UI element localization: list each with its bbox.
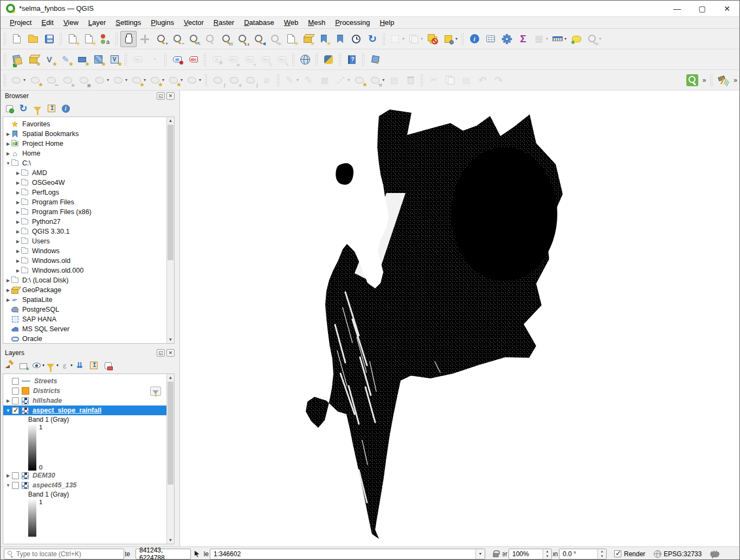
modify-attributes-button[interactable]: ▤ (386, 72, 402, 88)
layers-scrollbar[interactable]: ▲ ▼ (166, 374, 174, 544)
browser-scrollbar[interactable]: ▲ ▼ (166, 117, 174, 343)
add-group-button[interactable] (17, 359, 30, 372)
toolbar-overflow-button[interactable]: » (731, 76, 739, 84)
browser-item-home[interactable]: ▶⌂Home (3, 149, 174, 158)
move-feature-button[interactable]: ▾ (92, 72, 111, 88)
locator-search[interactable] (4, 549, 124, 559)
expander-icon[interactable]: ▶ (15, 190, 21, 195)
open-project-button[interactable] (25, 31, 41, 47)
spin-down-icon[interactable]: ▼ (543, 554, 551, 559)
rotate-label-button[interactable]: abc↻ (258, 52, 274, 68)
fill-ring-button[interactable]: ★▾ (166, 72, 184, 88)
new-shapefile-layer-button[interactable]: V★ (41, 52, 57, 68)
trim-extend-feature-button[interactable]: ⧄ (259, 72, 275, 88)
menu-project[interactable]: Project (5, 17, 36, 28)
zoom-next-button[interactable]: ▶ (267, 31, 283, 47)
toolbar-drag-handle[interactable] (461, 33, 465, 46)
new-print-layout-button[interactable]: ☀ (65, 31, 81, 47)
spin-down-icon[interactable]: ▼ (598, 554, 606, 559)
new-3d-map-view-button[interactable]: ☀ (299, 31, 316, 47)
toolbar-drag-handle[interactable] (59, 33, 63, 46)
expander-icon[interactable]: ▶ (5, 141, 11, 146)
expander-icon[interactable]: ▶ (15, 171, 21, 176)
toolbar-drag-handle[interactable] (292, 53, 295, 66)
new-virtual-layer-button[interactable]: ★ (74, 52, 90, 68)
expander-icon[interactable]: ▶ (15, 249, 21, 254)
show-hide-labels-button[interactable]: abc◉ (225, 52, 241, 68)
new-spatial-bookmark-button[interactable]: ☀ (316, 31, 332, 47)
menu-web[interactable]: Web (279, 17, 304, 28)
change-label-button[interactable]: abc✎ (274, 52, 290, 68)
paste-features-button[interactable]: ▤ (458, 72, 474, 88)
layer-visibility-checkbox[interactable] (12, 388, 19, 395)
menu-database[interactable]: Database (239, 17, 279, 28)
delete-selected-button[interactable] (402, 72, 419, 88)
toolbar-drag-handle[interactable] (276, 74, 280, 87)
menu-plugins[interactable]: Plugins (146, 17, 179, 28)
toolbar-drag-handle[interactable] (164, 53, 168, 66)
browser-close-button[interactable]: ✕ (166, 92, 175, 100)
layer-visibility-checkbox[interactable] (12, 378, 19, 385)
browser-item-ms-sql-server[interactable]: MS SQL Server (3, 324, 174, 334)
expander-icon[interactable]: ▶ (15, 210, 21, 215)
expander-icon[interactable]: ▶ (5, 298, 11, 302)
vertex-tool-button[interactable]: ▾ (184, 72, 203, 88)
browser-item-favorites[interactable]: ★Favorites (3, 119, 174, 129)
pan-map-to-selection-button[interactable] (137, 31, 153, 47)
expander-icon[interactable]: ▶ (5, 288, 11, 293)
grass-plugin-button[interactable] (715, 72, 731, 88)
expander-icon[interactable]: ▶ (15, 181, 21, 185)
browser-item-d-local-disk[interactable]: ▶D:\ (Local Disk) (3, 275, 174, 285)
3d-map-configure-button[interactable]: ◔ (146, 52, 162, 68)
magnifier-spin[interactable]: 100% ▲▼ (509, 549, 552, 559)
enable-disable-properties-widget-button[interactable]: i (59, 102, 72, 115)
rotation-spin[interactable]: 0.0 ° ▲▼ (559, 549, 607, 559)
browser-item-geopackage[interactable]: ▶GeoPackage (3, 285, 174, 295)
browser-item-windows[interactable]: ▶Windows (3, 246, 174, 256)
toolbar-drag-handle[interactable] (338, 53, 342, 66)
toggle-editing-button[interactable]: ✎ (300, 72, 317, 88)
open-attribute-table-button[interactable]: ▦▾ (531, 31, 550, 47)
layer-item-aspect45-135[interactable]: ▼aspect45_135 (3, 480, 174, 490)
new-map-view-button[interactable]: ☀ (283, 31, 299, 47)
render-checkbox[interactable] (614, 550, 621, 557)
manage-map-themes-button[interactable]: ▾ (31, 359, 44, 372)
open-attribute-table-abacus-button[interactable] (482, 31, 499, 47)
extents-toggle-icon[interactable] (191, 551, 203, 557)
undo-button[interactable]: ↶ (474, 72, 491, 88)
save-layer-edits-button[interactable]: ▦ (317, 72, 333, 88)
open-data-source-manager-button[interactable] (9, 52, 25, 68)
expander-icon[interactable]: ▶ (15, 268, 21, 273)
toolbar-drag-handle[interactable] (710, 74, 713, 87)
layer-item-aspect-slope-rainfall[interactable]: ▼aspect_slope_rainfall (3, 405, 174, 415)
messages-icon[interactable] (710, 551, 719, 557)
browser-item-program-files[interactable]: ▶Program Files (3, 197, 174, 207)
browser-item-sap-hana[interactable]: SAP HANA (3, 314, 174, 324)
browser-item-windows-old[interactable]: ▶Windows.old (3, 256, 174, 266)
pan-map-button[interactable] (120, 31, 137, 47)
show-spatial-bookmarks-button[interactable] (332, 31, 348, 47)
metasearch-catalog-client-button[interactable] (297, 52, 313, 68)
copy-features-button[interactable] (442, 72, 458, 88)
highlight-pinned-labels-button[interactable]: abc (130, 52, 146, 68)
select-by-form-button[interactable]: ▾ (441, 31, 459, 47)
browser-item-amd[interactable]: ▶AMD (3, 168, 174, 178)
layer-item-hillshade[interactable]: ▶hillshade (3, 396, 174, 405)
maximize-button[interactable]: ▢ (690, 1, 715, 16)
digitize-line-button[interactable]: ⋰▾ (333, 72, 351, 88)
layer-visibility-checkbox[interactable] (12, 482, 19, 489)
browser-item-postgresql[interactable]: PostgreSQL (3, 305, 174, 314)
temporal-controller-button[interactable] (348, 31, 364, 47)
move-feature-copy-button[interactable]: ★ (351, 72, 368, 88)
new-spatialite-layer-button[interactable]: ✎★ (57, 52, 74, 68)
current-edits-button[interactable]: ✎▾ (282, 72, 300, 88)
expander-icon[interactable]: ▶ (15, 220, 21, 224)
filter-legend-by-expression-button[interactable]: ε▾ (59, 359, 72, 372)
move-label-button[interactable]: abc➜ (241, 52, 258, 68)
deselect-features-from-all-layers-button[interactable] (424, 31, 441, 47)
map-tips-button[interactable] (568, 31, 584, 47)
browser-float-button[interactable]: ◱ (157, 92, 165, 100)
menu-settings[interactable]: Settings (111, 17, 146, 28)
style-manager-button[interactable] (97, 31, 113, 47)
toolbar-drag-handle[interactable] (3, 33, 7, 46)
